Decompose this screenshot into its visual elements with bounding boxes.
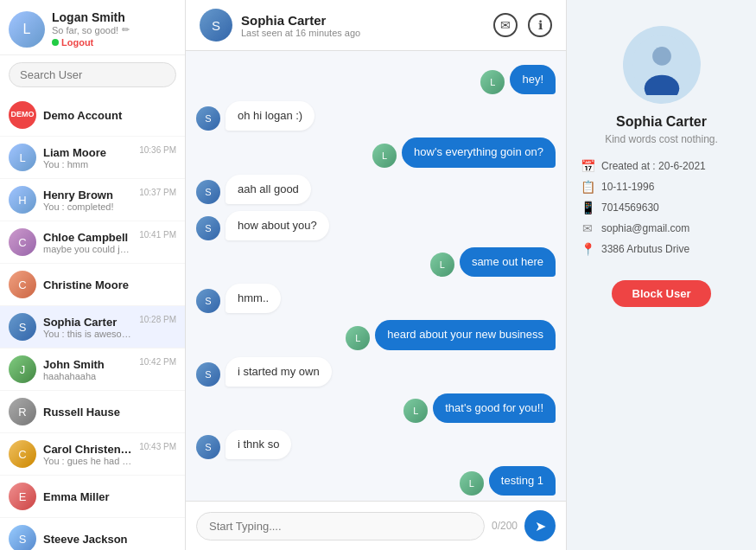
status-text: So far, so good! — [52, 25, 118, 35]
info-icon-button[interactable]: ℹ — [528, 13, 552, 37]
search-input[interactable] — [9, 62, 176, 87]
contact-avatar: S — [9, 313, 36, 341]
contact-time: 10:36 PM — [139, 144, 176, 155]
created-text: Created at : 20-6-2021 — [601, 160, 706, 172]
message-bubble: oh hi logan :) — [226, 101, 314, 131]
message-row: heard about your new business L — [196, 320, 556, 349]
contact-avatar: E — [9, 483, 36, 510]
message-bubble: aah all good — [226, 175, 311, 204]
chat-input-area: 0/200 ➤ — [186, 501, 566, 550]
message-row: S how about you? — [196, 211, 556, 240]
chat-header: S Sophia Carter Last seen at 16 minutes … — [186, 0, 566, 51]
contact-info: Demo Account — [43, 109, 176, 122]
contact-info: Carol Christensen You : gues he had a ..… — [43, 443, 132, 466]
message-bubble: i started my own — [226, 357, 332, 387]
contact-info: Russell Hause — [43, 406, 176, 419]
contact-info: John Smith haahahaaha — [43, 358, 132, 381]
location-icon: 📍 — [581, 242, 594, 256]
send-button[interactable]: ➤ — [524, 510, 556, 541]
chat-header-status: Last seen at 16 minutes ago — [241, 28, 485, 38]
message-avatar: S — [196, 362, 220, 387]
contact-info: Henry Brown You : completed! — [43, 189, 132, 212]
message-row: testing 1 L — [196, 466, 556, 496]
profile-panel: Sophia Carter Kind words cost nothing. 📅… — [566, 0, 756, 550]
contact-avatar: R — [9, 398, 36, 425]
message-avatar: S — [196, 216, 220, 240]
contact-name: Steeve Jackson — [43, 533, 176, 546]
block-user-button[interactable]: Block User — [612, 280, 712, 307]
contact-name: Russell Hause — [43, 406, 176, 419]
contact-info: Sophia Carter You : this is awesom... — [43, 316, 132, 339]
contact-avatar: C — [9, 440, 36, 468]
message-avatar: L — [480, 70, 505, 94]
contact-avatar: C — [9, 228, 36, 256]
contact-preview: You : completed! — [43, 201, 132, 212]
contact-name: Carol Christensen — [43, 443, 132, 456]
contact-carol[interactable]: C Carol Christensen You : gues he had a … — [0, 433, 185, 476]
contact-info: Chloe Campbell maybe you could join... — [43, 231, 132, 254]
message-bubble: heard about your new business — [375, 320, 556, 349]
message-bubble: hey! — [510, 65, 556, 94]
contact-name: Christine Moore — [43, 278, 176, 291]
contact-liam[interactable]: L Liam Moore You : hmm 10:36 PM — [0, 137, 185, 179]
message-bubble: testing 1 — [489, 466, 556, 496]
user-status: So far, so good! ✏ — [52, 24, 130, 35]
message-row: S aah all good — [196, 175, 556, 204]
contact-name: Chloe Campbell — [43, 231, 132, 244]
dob-icon: 📋 — [581, 180, 594, 194]
chat-header-avatar: S — [200, 9, 232, 42]
user-avatar: L — [9, 11, 45, 48]
contact-avatar: H — [9, 186, 36, 214]
contact-emma[interactable]: E Emma Miller — [0, 476, 185, 518]
contact-john[interactable]: J John Smith haahahaaha 10:42 PM — [0, 349, 185, 391]
message-row: that's good for you!! L — [196, 393, 556, 423]
contact-russell[interactable]: R Russell Hause — [0, 391, 185, 433]
contact-info: Steeve Jackson — [43, 533, 176, 546]
contact-preview: You : this is awesom... — [43, 329, 132, 339]
contact-demo[interactable]: DEMO Demo Account — [0, 94, 185, 137]
contact-henry[interactable]: H Henry Brown You : completed! 10:37 PM — [0, 179, 185, 221]
message-bubble: that's good for you!! — [433, 393, 556, 423]
contact-chloe[interactable]: C Chloe Campbell maybe you could join...… — [0, 221, 185, 264]
contact-name: Liam Moore — [43, 146, 132, 159]
message-row: S hmm.. — [196, 284, 556, 313]
contact-time: 10:41 PM — [139, 228, 176, 240]
dob-text: 10-11-1996 — [601, 181, 654, 193]
email-icon: ✉ — [581, 221, 594, 235]
message-avatar: L — [346, 326, 370, 350]
profile-dob: 📋 10-11-1996 — [581, 180, 742, 194]
message-row: hey! L — [196, 65, 556, 94]
contact-sophia[interactable]: S Sophia Carter You : this is awesom... … — [0, 306, 185, 349]
message-avatar: L — [403, 399, 428, 423]
email-text: sophia@gmail.com — [601, 222, 689, 234]
messages-area: hey! L S oh hi logan :) how's everything… — [186, 51, 566, 501]
contact-info: Liam Moore You : hmm — [43, 146, 132, 169]
contact-christine[interactable]: C Christine Moore — [0, 264, 185, 306]
chat-area: S Sophia Carter Last seen at 16 minutes … — [186, 0, 566, 550]
demo-badge: DEMO — [9, 101, 36, 129]
contact-avatar: C — [9, 271, 36, 298]
message-row: S i thnk so — [196, 430, 556, 459]
profile-address: 📍 3386 Arbutus Drive — [581, 242, 742, 256]
char-count: 0/200 — [492, 520, 518, 532]
contact-steeve[interactable]: S Steeve Jackson — [0, 518, 185, 550]
mail-icon-button[interactable]: ✉ — [493, 13, 518, 37]
address-text: 3386 Arbutus Drive — [601, 243, 689, 255]
contact-info: Emma Miller — [43, 490, 176, 503]
message-input[interactable] — [196, 512, 485, 540]
edit-icon[interactable]: ✏ — [122, 24, 130, 35]
message-avatar: S — [196, 180, 220, 204]
contact-preview: maybe you could join... — [43, 244, 132, 254]
online-dot — [52, 39, 59, 46]
chat-header-info: Sophia Carter Last seen at 16 minutes ag… — [241, 13, 485, 38]
message-bubble: how about you? — [226, 211, 329, 240]
profile-created: 📅 Created at : 20-6-2021 — [581, 159, 742, 173]
contact-name: John Smith — [43, 358, 132, 371]
contact-avatar: L — [9, 144, 36, 171]
message-bubble: how's everything goin on? — [402, 138, 556, 167]
contact-avatar: S — [9, 525, 36, 550]
contact-name: Emma Miller — [43, 490, 176, 503]
logout-button[interactable]: Logout — [52, 37, 130, 48]
profile-panel-bio: Kind words cost nothing. — [605, 133, 718, 145]
profile-big-avatar — [623, 26, 701, 104]
